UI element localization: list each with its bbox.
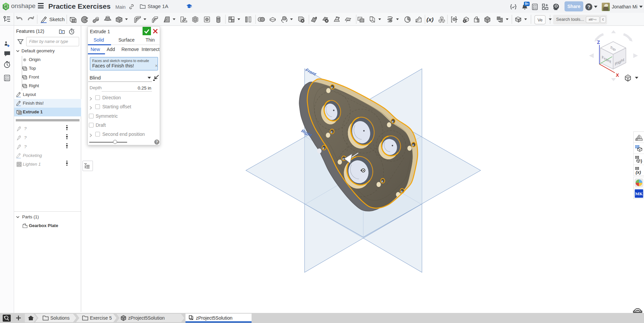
svg-text:zProject5Solution: zProject5Solution	[196, 315, 232, 321]
svg-text:Sketch: Sketch	[49, 16, 65, 22]
svg-text:Exercise 5: Exercise 5	[90, 315, 112, 321]
svg-text:Z: Z	[597, 40, 600, 45]
svg-text:c: c	[602, 17, 604, 21]
svg-text:Search tools...: Search tools...	[556, 17, 584, 22]
svg-text:zProject5Solution: zProject5Solution	[128, 315, 165, 321]
svg-text:X: X	[616, 72, 619, 78]
svg-text:Ve: Ve	[537, 17, 542, 22]
svg-text:alt/~=: alt/~=	[589, 17, 597, 21]
svg-text:}: }	[641, 159, 642, 163]
svg-text:Solutions: Solutions	[50, 315, 70, 321]
svg-text:(x): (x)	[636, 170, 641, 175]
